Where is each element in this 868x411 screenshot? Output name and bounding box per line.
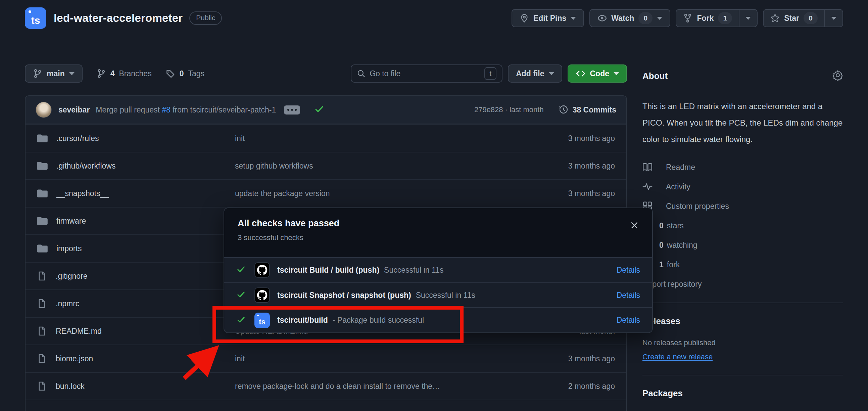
file-commit-date[interactable]: 3 months ago (531, 162, 615, 171)
code-button[interactable]: Code (567, 64, 627, 83)
fork-icon (683, 13, 692, 23)
commit-message[interactable]: Merge pull request #8 from tscircuit/sev… (96, 106, 276, 115)
add-file-label: Add file (516, 69, 544, 78)
search-input[interactable] (370, 69, 480, 78)
sidebar-item-custom-properties[interactable]: Custom properties (643, 197, 843, 216)
visibility-badge: Public (189, 11, 222, 25)
file-name-link[interactable]: biome.json (56, 354, 93, 363)
create-release-link[interactable]: Create a new release (643, 353, 713, 361)
close-icon[interactable] (628, 219, 641, 233)
sidebar-item-forks[interactable]: 1 fork (643, 255, 843, 274)
commit-author[interactable]: seveibar (58, 106, 90, 115)
git-branch-icon (97, 69, 106, 78)
file-name-link[interactable]: __snapshots__ (56, 189, 109, 198)
file-commit-message[interactable]: remove package-lock and do a clean insta… (235, 382, 531, 391)
sidebar-item-activity[interactable]: Activity (643, 177, 843, 197)
commit-description-toggle[interactable] (284, 106, 300, 115)
file-name-link[interactable]: bun.lock (56, 382, 85, 391)
pr-link[interactable]: #8 (162, 106, 170, 114)
check-success-icon (236, 265, 246, 275)
packages-section: Packages (643, 388, 843, 399)
item-label: Activity (666, 182, 690, 192)
sidebar-item-readme[interactable]: Readme (643, 157, 843, 177)
star-button-group: Star 0 (763, 9, 843, 27)
file-commit-date[interactable]: 3 months ago (531, 134, 615, 143)
repo-description: This is an LED matrix with an accelerome… (643, 98, 843, 147)
org-avatar[interactable]: ts (25, 7, 46, 29)
file-commit-date[interactable]: 2 months ago (531, 382, 615, 391)
file-name-link[interactable]: .npmrc (56, 299, 79, 308)
details-link[interactable]: Details (617, 291, 640, 300)
file-commit-message[interactable]: setup github workflows (235, 162, 531, 171)
file-name-link[interactable]: firmware (56, 216, 86, 226)
watch-button[interactable]: Watch 0 (589, 9, 670, 27)
check-row: ts tscircuit/build - Package build succe… (224, 307, 652, 332)
repo-page: ts led-water-accelerometer Public Edit P… (0, 7, 868, 411)
branches-count: 4 (111, 69, 115, 78)
fork-label: Fork (697, 14, 714, 23)
chevron-down-icon (549, 72, 554, 75)
commit-hash-time[interactable]: 279e828 · last month (474, 106, 544, 114)
item-label: stars (667, 221, 684, 230)
add-file-button[interactable]: Add file (508, 64, 562, 83)
file-name-link[interactable]: .cursor/rules (56, 134, 99, 143)
item-label: Readme (666, 163, 695, 172)
commit-history-link[interactable]: 38 Commits (559, 105, 616, 115)
tags-link[interactable]: 0 Tags (166, 69, 205, 78)
star-button[interactable]: Star 0 (764, 10, 825, 27)
branches-link[interactable]: 4 Branches (97, 69, 152, 78)
tscircuit-icon: ts (254, 313, 270, 328)
file-commit-date[interactable]: 3 months ago (531, 354, 615, 363)
org-avatar-label: ts (31, 15, 40, 26)
file-name-link[interactable]: imports (56, 244, 82, 253)
file-name-link[interactable]: .gitignore (56, 272, 88, 281)
page-title[interactable]: led-water-accelerometer (54, 12, 183, 25)
check-row: tscircuit Build / build (push) Successfu… (224, 257, 652, 283)
file-commit-message[interactable]: init (235, 354, 531, 363)
star-dropdown-button[interactable] (825, 10, 842, 27)
fork-dropdown-button[interactable] (739, 10, 757, 27)
avatar[interactable] (36, 102, 52, 118)
check-success-icon (236, 290, 246, 300)
branches-label: Branches (119, 69, 151, 78)
ts-logo-dot (257, 315, 259, 316)
sidebar-item-watching[interactable]: 0 watching (643, 235, 843, 255)
table-row: .github/workflows setup github workflows… (26, 152, 626, 179)
file-commit-date[interactable]: 3 months ago (531, 189, 615, 198)
report-repository-link[interactable]: Report repository (643, 274, 843, 294)
fork-button[interactable]: Fork 1 (676, 10, 739, 27)
file-name-link[interactable]: .github/workflows (56, 162, 116, 171)
tags-label: Tags (188, 69, 205, 78)
watch-count: 0 (639, 12, 652, 24)
check-success-icon (236, 315, 246, 326)
watch-label: Watch (611, 14, 634, 23)
edit-pins-button[interactable]: Edit Pins (512, 9, 584, 27)
details-link[interactable]: Details (617, 316, 640, 325)
divider (643, 375, 843, 375)
file-commit-message[interactable]: init (235, 134, 531, 143)
table-row: biome.json init 3 months ago (26, 345, 626, 372)
star-count: 0 (804, 12, 818, 24)
item-label: Custom properties (666, 202, 729, 211)
table-row: __snapshots__ update the package version… (26, 179, 626, 207)
table-row: .cursor/rules init 3 months ago (26, 124, 626, 152)
code-icon (576, 68, 586, 79)
edit-pins-label: Edit Pins (533, 14, 566, 23)
commit-status-check-icon[interactable] (314, 104, 324, 116)
branch-toolbar: main 4 Branches 0 Tags (25, 64, 627, 83)
details-link[interactable]: Details (617, 266, 640, 275)
git-branch-icon (33, 69, 42, 78)
packages-title: Packages (643, 388, 843, 399)
sidebar-item-stars[interactable]: 0 stars (643, 216, 843, 235)
check-status: - Package build successful (333, 316, 424, 325)
star-label: Star (784, 14, 799, 23)
gear-icon[interactable] (832, 70, 843, 82)
ts-logo-dot (29, 10, 31, 13)
file-commit-message[interactable]: update the package version (235, 189, 531, 198)
folder-icon (37, 243, 48, 254)
item-label: fork (667, 260, 680, 269)
file-name-link[interactable]: README.md (56, 327, 102, 336)
fork-count: 1 (718, 12, 732, 24)
branch-selector[interactable]: main (25, 64, 83, 83)
book-icon (643, 162, 652, 172)
